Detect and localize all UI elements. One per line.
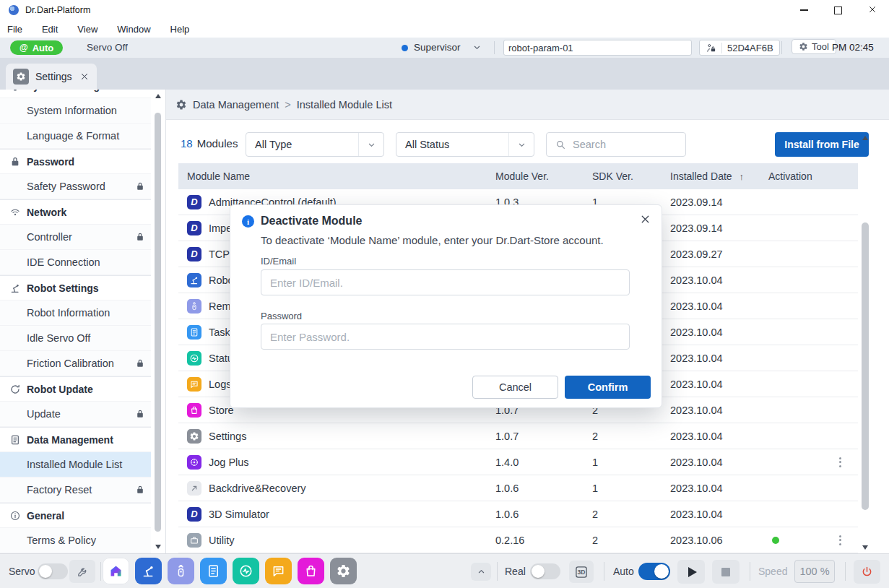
close-button[interactable] — [855, 0, 889, 20]
column-header-module-ver[interactable]: Module Ver. — [487, 170, 584, 182]
sidebar-item-idle-servo-off[interactable]: Idle Servo Off — [0, 326, 151, 351]
robot-icon — [187, 273, 201, 287]
servo-toggle[interactable] — [38, 563, 68, 579]
sidebar-item-label: General — [27, 510, 64, 522]
sidebar-item-language-format[interactable]: Language & Format — [0, 124, 151, 149]
minimize-button[interactable] — [787, 0, 821, 20]
table-row[interactable]: Backdrive&Recovery1.0.612023.10.04 — [178, 475, 858, 501]
password-field[interactable] — [261, 324, 630, 350]
column-header-sdk-ver[interactable]: SDK Ver. — [584, 170, 662, 182]
sidebar-item-factory-reset[interactable]: Factory Reset — [0, 477, 151, 503]
scrollbar-thumb[interactable] — [862, 222, 869, 510]
chevron-down-icon — [508, 133, 534, 156]
power-button[interactable] — [854, 560, 880, 584]
role-dropdown[interactable] — [472, 42, 482, 55]
real-toggle[interactable] — [530, 563, 560, 579]
sidebar-item-installed-module-list[interactable]: Installed Module List — [0, 452, 151, 477]
column-header-installed-date[interactable]: Installed Date↑ — [662, 170, 760, 182]
robot-param-input[interactable] — [503, 40, 692, 56]
menu-help[interactable]: Help — [170, 24, 190, 35]
tab-close-icon[interactable] — [79, 72, 90, 82]
status-icon — [238, 563, 253, 579]
sidebar-item-safety-password[interactable]: Safety Password — [0, 174, 151, 199]
mode-badge[interactable]: @ Auto — [10, 40, 63, 55]
sidebar-category-general[interactable]: General — [0, 503, 151, 528]
dock-settings-button[interactable] — [330, 558, 357, 584]
sidebar-category-data-management[interactable]: Data Management — [0, 427, 151, 452]
dialog-close-icon[interactable] — [639, 213, 651, 225]
stop-button[interactable] — [712, 560, 740, 584]
type-filter-select[interactable]: All Type — [246, 132, 384, 157]
sidebar-item-controller[interactable]: Controller — [0, 225, 151, 250]
collapse-panel-button[interactable] — [471, 563, 491, 581]
view-3d-button[interactable]: 3D — [569, 561, 594, 583]
backdrive-icon — [187, 481, 201, 496]
confirm-button[interactable]: Confirm — [565, 376, 651, 399]
menu-view[interactable]: View — [77, 24, 97, 35]
module-name-cell: D3D Simulator — [178, 507, 487, 522]
dock-remote-button[interactable] — [168, 558, 194, 584]
row-menu-button[interactable] — [839, 535, 841, 545]
dock-robot-button[interactable] — [135, 558, 162, 584]
sidebar-item-friction-calibration[interactable]: Friction Calibration — [0, 351, 151, 376]
sidebar-category-password[interactable]: Password — [0, 149, 151, 174]
sidebar-item-system-information[interactable]: System Information — [0, 98, 151, 124]
sidebar-item-ide-connection[interactable]: IDE Connection — [0, 250, 151, 275]
installed-date-cell: 2023.10.04 — [662, 405, 760, 416]
serial-badge[interactable]: 52D4AF6B — [699, 40, 780, 56]
column-header-activation[interactable]: Activation — [760, 170, 829, 182]
sidebar-item-update[interactable]: Update — [0, 402, 151, 427]
scroll-down-icon[interactable] — [862, 545, 868, 550]
dock-store-button[interactable] — [298, 558, 324, 584]
sidebar-item-label: Friction Calibration — [27, 358, 114, 369]
search-input[interactable] — [571, 138, 685, 151]
statusbar-divider — [100, 562, 101, 581]
menu-file[interactable]: File — [7, 24, 22, 35]
sidebar-scrollbar[interactable] — [153, 90, 163, 553]
speed-value-box[interactable]: 100 % — [794, 560, 835, 583]
info-icon — [9, 510, 22, 522]
install-from-file-button[interactable]: Install from File — [775, 132, 869, 157]
table-row[interactable]: Settings1.0.722023.10.04 — [178, 423, 858, 449]
dock-logs-button[interactable] — [265, 558, 292, 584]
maximize-button[interactable] — [821, 0, 855, 20]
table-row[interactable]: D3D Simulator1.0.622023.10.04 — [178, 501, 858, 527]
table-row[interactable]: Jog Plus1.4.012023.10.04 — [178, 449, 858, 475]
tool-button[interactable]: Tool — [792, 39, 836, 54]
jog-wrench-button[interactable] — [69, 560, 95, 583]
sidebar-item-label: Installed Module List — [27, 459, 122, 470]
sidebar-category-robot-update[interactable]: Robot Update — [0, 376, 151, 402]
scroll-up-icon[interactable] — [862, 136, 868, 140]
status-filter-select[interactable]: All Status — [396, 132, 534, 157]
id-email-field[interactable] — [261, 269, 630, 295]
breadcrumb-parent[interactable]: Data Management — [193, 99, 279, 111]
module-count-number: 18 — [181, 137, 193, 150]
tab-settings[interactable]: Settings — [6, 64, 97, 90]
sidebar-category-system-settings[interactable]: System Settings — [0, 90, 151, 98]
scroll-up-icon[interactable] — [155, 94, 161, 98]
column-header-module-name[interactable]: Module Name — [178, 170, 487, 182]
cancel-button[interactable]: Cancel — [472, 376, 558, 399]
sidebar-item-robot-information[interactable]: Robot Information — [0, 301, 151, 326]
scroll-down-icon[interactable] — [155, 545, 161, 549]
menu-edit[interactable]: Edit — [42, 24, 58, 35]
sidebar-category-network[interactable]: Network — [0, 199, 151, 225]
scrollbar-thumb[interactable] — [155, 113, 161, 532]
sidebar-category-robot-settings[interactable]: Robot Settings — [0, 275, 151, 301]
module-version-cell: 1.0.7 — [487, 431, 584, 442]
menu-window[interactable]: Window — [117, 24, 150, 35]
dart-d-icon: D — [187, 221, 201, 235]
play-button[interactable] — [677, 560, 705, 584]
gear-icon — [13, 69, 29, 85]
lock-icon — [135, 181, 145, 194]
dock-home-button[interactable] — [103, 558, 129, 584]
auto-toggle[interactable] — [638, 563, 670, 580]
document-icon — [9, 434, 22, 446]
table-row[interactable]: Utility0.2.1622023.10.06 — [178, 527, 858, 553]
dock-task-button[interactable] — [200, 558, 227, 584]
table-scrollbar[interactable] — [861, 136, 870, 550]
type-filter-value: All Type — [246, 139, 358, 150]
sidebar-item-terms-policy[interactable]: Terms & Policy — [0, 528, 151, 553]
dock-status-button[interactable] — [233, 558, 259, 584]
row-menu-button[interactable] — [839, 457, 841, 467]
